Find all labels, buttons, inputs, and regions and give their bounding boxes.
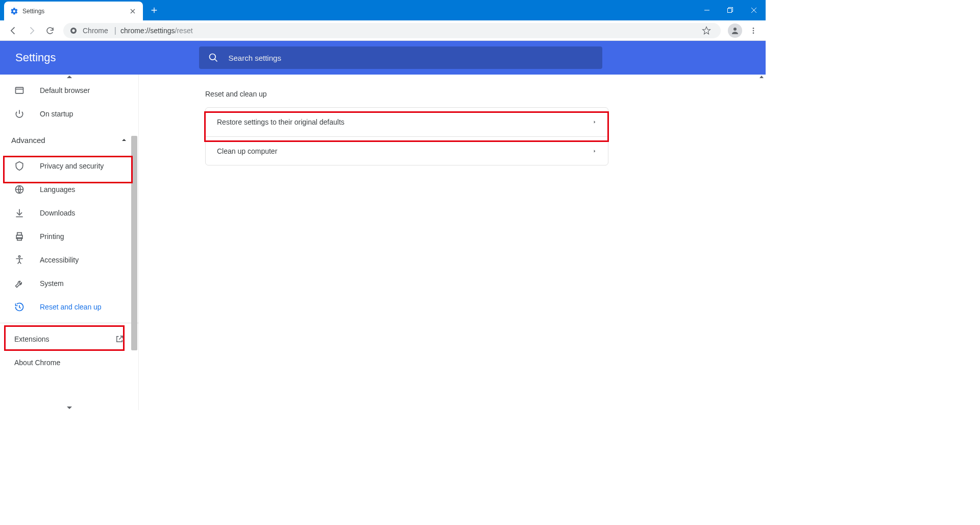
settings-body: Search engine Default browser On startup… [0, 75, 766, 410]
sidebar-item-label: Accessibility [40, 256, 79, 264]
sidebar-section-advanced[interactable]: Advanced [0, 126, 138, 154]
browser-menu-button[interactable] [745, 22, 762, 39]
bookmark-star-icon[interactable] [698, 22, 715, 39]
settings-search-input[interactable]: Search settings [199, 46, 602, 69]
row-restore-defaults[interactable]: Restore settings to their original defau… [206, 108, 608, 136]
sidebar-item-printing[interactable]: Printing [0, 225, 138, 248]
sidebar-item-languages[interactable]: Languages [0, 178, 138, 201]
browser-toolbar: Chrome | chrome://settings/reset [0, 20, 766, 41]
search-icon [208, 53, 218, 63]
row-cleanup-computer[interactable]: Clean up computer [206, 136, 608, 165]
sidebar-item-extensions[interactable]: Extensions [0, 327, 138, 351]
sidebar-item-label: Downloads [40, 209, 75, 217]
sidebar-item-accessibility[interactable]: Accessibility [0, 248, 138, 272]
omnibox-url: chrome://settings/reset [120, 27, 193, 35]
shield-icon [14, 161, 24, 171]
sidebar-scrollbar[interactable] [130, 75, 138, 410]
new-tab-button[interactable] [147, 3, 161, 17]
window-controls [695, 0, 766, 20]
search-placeholder: Search settings [229, 54, 281, 62]
close-window-button[interactable] [742, 0, 766, 20]
sidebar-item-search-engine[interactable]: Search engine [0, 75, 138, 79]
svg-rect-1 [728, 9, 732, 13]
settings-sidebar[interactable]: Search engine Default browser On startup… [0, 75, 139, 410]
svg-point-16 [18, 256, 20, 257]
divider [0, 323, 138, 323]
row-label: Restore settings to their original defau… [217, 118, 345, 126]
forward-button[interactable] [22, 21, 41, 40]
sidebar-item-label: About Chrome [14, 359, 60, 367]
svg-point-6 [753, 28, 754, 29]
sidebar-item-label: Reset and clean up [40, 303, 102, 311]
chevron-up-icon [121, 137, 127, 143]
sidebar-item-on-startup[interactable]: On startup [0, 102, 138, 126]
sidebar-item-about[interactable]: About Chrome [0, 351, 138, 374]
address-bar[interactable]: Chrome | chrome://settings/reset [63, 23, 721, 38]
settings-header: Settings Search settings [0, 41, 766, 75]
scroll-down-icon[interactable] [67, 407, 72, 409]
sidebar-item-system[interactable]: System [0, 272, 138, 295]
svg-point-7 [753, 30, 754, 31]
browser-window-icon [14, 85, 24, 96]
power-icon [14, 109, 24, 119]
back-button[interactable] [4, 21, 22, 40]
page-title: Settings [15, 51, 56, 64]
chrome-icon [69, 27, 78, 35]
sidebar-item-downloads[interactable]: Downloads [0, 201, 138, 225]
chevron-right-icon [593, 148, 597, 154]
gear-icon [10, 7, 18, 15]
maximize-button[interactable] [719, 0, 742, 20]
svg-rect-14 [17, 233, 21, 235]
svg-point-8 [753, 32, 754, 34]
browser-tab[interactable]: Settings [4, 2, 143, 20]
sidebar-item-label: Languages [40, 185, 75, 194]
sidebar-item-label: Privacy and security [40, 162, 104, 170]
svg-point-4 [72, 29, 75, 32]
window-titlebar: Settings [0, 0, 766, 20]
external-link-icon [115, 335, 124, 344]
chevron-right-icon [593, 119, 597, 125]
accessibility-icon [14, 255, 24, 265]
svg-point-9 [209, 54, 215, 60]
restore-icon [14, 302, 24, 312]
sidebar-item-default-browser[interactable]: Default browser [0, 79, 138, 102]
sidebar-item-label: Extensions [14, 335, 49, 343]
omnibox-separator: | [114, 26, 116, 35]
reload-button[interactable] [41, 21, 59, 40]
sidebar-section-label: Advanced [11, 136, 45, 145]
sidebar-item-reset[interactable]: Reset and clean up [0, 295, 138, 319]
globe-icon [14, 184, 24, 195]
download-icon [14, 208, 24, 218]
scroll-up-icon [760, 76, 764, 78]
omnibox-scheme-label: Chrome [83, 27, 108, 35]
sidebar-item-label: On startup [40, 110, 73, 118]
profile-avatar[interactable] [728, 23, 742, 38]
sidebar-item-label: System [40, 279, 64, 288]
tab-title: Settings [22, 8, 129, 15]
scrollbar-thumb[interactable] [131, 136, 137, 350]
svg-rect-11 [16, 87, 23, 93]
sidebar-item-privacy[interactable]: Privacy and security [0, 154, 138, 178]
svg-point-5 [733, 28, 737, 31]
main-scrollbar[interactable] [757, 75, 766, 410]
minimize-button[interactable] [695, 0, 719, 20]
settings-main: Reset and clean up Restore settings to t… [139, 75, 766, 410]
section-title: Reset and clean up [205, 90, 766, 98]
print-icon [14, 231, 24, 242]
sidebar-item-label: Default browser [40, 86, 90, 94]
reset-card: Restore settings to their original defau… [205, 107, 608, 165]
sidebar-item-label: Printing [40, 232, 64, 241]
wrench-icon [14, 278, 24, 289]
close-icon[interactable] [129, 7, 137, 15]
row-label: Clean up computer [217, 147, 277, 155]
